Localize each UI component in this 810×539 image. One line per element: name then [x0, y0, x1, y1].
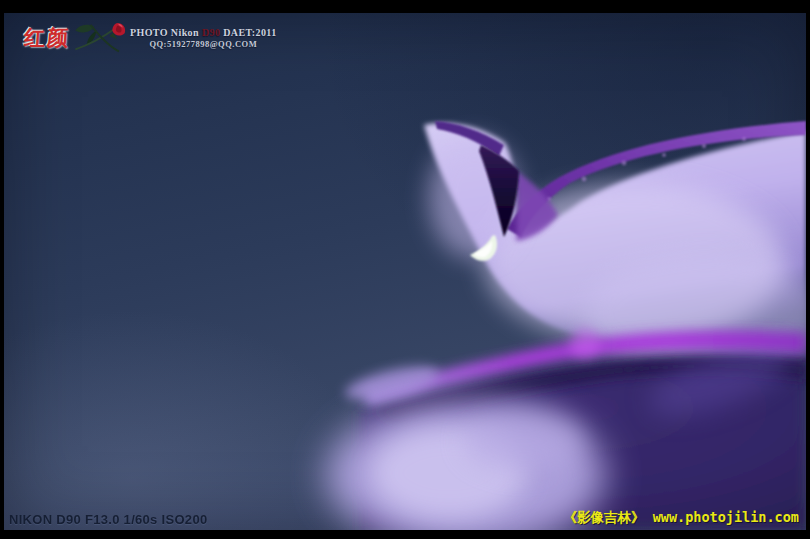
site-url: www.photojilin.com [653, 509, 799, 525]
credit-date: DAET:2011 [223, 27, 276, 38]
petal-illustration [4, 13, 806, 530]
photo-credit: PHOTO Nikon D90 DAET:2011 QQ:519277898@Q… [130, 27, 277, 49]
site-name: 《影像吉林》 [564, 509, 645, 525]
brand-text: 红颜 [23, 28, 70, 49]
site-watermark: 《影像吉林》 www.photojilin.com [564, 509, 799, 527]
credit-prefix: PHOTO Nikon [130, 27, 199, 38]
rose-icon [73, 21, 127, 57]
watermark-top-left: 红颜 PHOTO Nikon D90 DAET:2011 QQ:51927789… [24, 19, 277, 57]
credit-camera-red: D90 [202, 27, 220, 38]
lower-petal [326, 329, 806, 530]
ridge-bokeh-spot [570, 329, 600, 359]
lavender-blob-upper [464, 411, 584, 471]
photo-frame: 红颜 PHOTO Nikon D90 DAET:2011 QQ:51927789… [0, 0, 810, 539]
credit-contact: QQ:519277898@QQ.COM [130, 39, 277, 49]
credit-line1: PHOTO Nikon D90 DAET:2011 [130, 27, 277, 39]
flower-photo: 红颜 PHOTO Nikon D90 DAET:2011 QQ:51927789… [4, 13, 806, 530]
exif-watermark: NIKON D90 F13.0 1/60s ISO200 [9, 512, 207, 527]
